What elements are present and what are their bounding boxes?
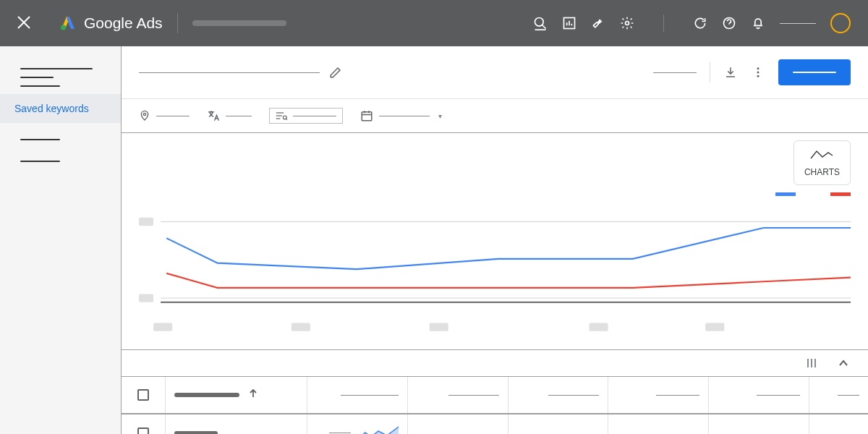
language-icon	[207, 109, 220, 122]
keyword-cell	[165, 414, 307, 434]
data-cell: –	[809, 414, 868, 434]
refresh-icon[interactable]	[693, 16, 707, 30]
charts-toggle-label: CHARTS	[804, 167, 840, 177]
sort-ascending-icon	[248, 388, 258, 401]
app-name: Google Ads	[84, 14, 163, 32]
keywords-table: – – – – –	[122, 377, 868, 434]
line-chart-icon	[809, 148, 834, 161]
language-filter[interactable]	[207, 109, 252, 122]
table-controls	[122, 350, 868, 377]
download-icon[interactable]	[723, 65, 738, 80]
more-options-icon[interactable]	[751, 65, 765, 80]
table-row[interactable]: – – – – –	[122, 414, 868, 434]
account-selector[interactable]	[192, 20, 286, 26]
app-header: Google Ads	[0, 0, 868, 46]
svg-rect-30	[153, 323, 172, 331]
svg-rect-25	[139, 218, 153, 226]
calendar-icon	[360, 109, 373, 122]
sparkline-cell	[307, 414, 407, 434]
columns-icon[interactable]	[804, 356, 819, 370]
svg-point-2	[61, 25, 66, 30]
subheader-option[interactable]	[653, 72, 697, 73]
data-cell: –	[608, 414, 708, 434]
sidebar-item[interactable]	[20, 161, 60, 162]
account-placeholder[interactable]	[780, 23, 816, 24]
page-title	[139, 72, 320, 73]
filter-list-icon	[276, 111, 287, 120]
svg-rect-21	[362, 112, 372, 121]
chart-legend	[775, 192, 851, 196]
notifications-icon[interactable]	[751, 16, 765, 30]
sparkline-icon	[358, 424, 399, 435]
svg-line-4	[542, 25, 546, 29]
close-icon[interactable]	[17, 13, 30, 33]
divider	[710, 62, 710, 82]
google-ads-logo-icon	[59, 14, 77, 32]
data-cell: –	[708, 414, 809, 434]
column-header[interactable]	[608, 377, 708, 413]
app-logo[interactable]: Google Ads	[59, 14, 163, 32]
sidebar-item[interactable]	[20, 68, 93, 69]
date-range-filter[interactable]: ▾	[360, 109, 442, 122]
edit-icon[interactable]	[328, 65, 343, 80]
charts-toggle-button[interactable]: CHARTS	[793, 140, 851, 185]
avatar[interactable]	[830, 13, 851, 33]
header-divider	[177, 13, 178, 33]
settings-icon[interactable]	[620, 16, 634, 30]
sidebar-item[interactable]	[20, 77, 54, 78]
line-chart	[139, 199, 851, 344]
column-header[interactable]	[165, 377, 307, 413]
column-header[interactable]	[407, 377, 508, 413]
expand-icon[interactable]	[836, 356, 851, 370]
svg-rect-31	[292, 323, 310, 331]
chart-panel: CHARTS	[122, 133, 868, 350]
sidebar: Saved keywords	[0, 46, 122, 434]
sidebar-item[interactable]	[20, 85, 60, 87]
tools-icon[interactable]	[591, 16, 605, 30]
svg-point-10	[626, 22, 629, 25]
row-checkbox[interactable]	[137, 427, 149, 435]
sidebar-item-saved-keywords[interactable]: Saved keywords	[0, 94, 121, 123]
select-all-checkbox[interactable]	[137, 389, 149, 401]
chevron-down-icon: ▾	[438, 112, 442, 120]
location-filter[interactable]	[139, 109, 190, 122]
search-networks-filter[interactable]	[269, 108, 343, 124]
search-icon[interactable]	[533, 16, 548, 30]
help-icon[interactable]	[722, 16, 736, 30]
data-cell: –	[508, 414, 608, 434]
svg-line-20	[286, 119, 287, 120]
header-divider	[663, 14, 664, 32]
table-header-row	[122, 377, 868, 414]
reports-icon[interactable]	[562, 16, 576, 30]
column-header[interactable]	[307, 377, 407, 413]
column-header[interactable]	[809, 377, 868, 413]
legend-series-a[interactable]	[775, 192, 796, 196]
svg-point-3	[535, 18, 544, 27]
column-header[interactable]	[508, 377, 608, 413]
svg-point-15	[143, 113, 145, 115]
svg-point-12	[757, 67, 760, 69]
column-header[interactable]	[708, 377, 809, 413]
svg-point-14	[757, 75, 760, 77]
sidebar-item[interactable]	[20, 139, 60, 140]
svg-rect-33	[590, 323, 608, 331]
svg-rect-34	[705, 323, 724, 331]
page-subheader	[122, 46, 868, 99]
filter-bar: ▾	[122, 99, 868, 133]
main-content: ▾ CHARTS	[122, 46, 868, 434]
svg-rect-26	[139, 294, 153, 302]
svg-rect-32	[430, 323, 448, 331]
primary-action-button[interactable]	[778, 59, 851, 85]
legend-series-b[interactable]	[830, 192, 851, 196]
svg-point-13	[757, 72, 760, 74]
location-icon	[139, 109, 150, 122]
data-cell: –	[407, 414, 508, 434]
